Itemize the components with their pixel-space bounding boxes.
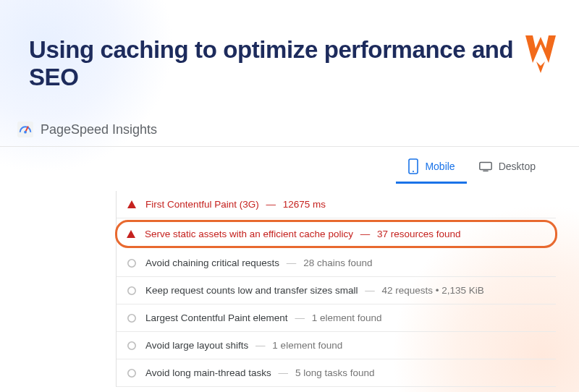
status-neutral-icon bbox=[127, 341, 137, 351]
svg-point-6 bbox=[128, 259, 135, 266]
separator: — bbox=[284, 257, 299, 268]
psi-label: PageSpeed Insights bbox=[41, 122, 157, 137]
audit-label: Avoid long main-thread tasks bbox=[145, 367, 271, 378]
audit-detail: 1 element found bbox=[312, 312, 382, 323]
audit-row[interactable]: Keep request counts low and transfer siz… bbox=[117, 277, 556, 304]
audit-row[interactable]: Avoid long main-thread tasks — 5 long ta… bbox=[117, 359, 556, 387]
separator: — bbox=[263, 199, 279, 210]
status-neutral-icon bbox=[127, 258, 137, 268]
separator: — bbox=[292, 312, 308, 323]
svg-rect-0 bbox=[17, 122, 33, 137]
desktop-icon bbox=[478, 161, 493, 172]
status-fail-icon bbox=[127, 200, 137, 210]
audit-row[interactable]: Avoid chaining critical requests — 28 ch… bbox=[117, 250, 556, 277]
audit-detail: 37 resources found bbox=[377, 229, 461, 239]
audit-detail: 1 element found bbox=[272, 340, 342, 351]
audit-label: Avoid chaining critical requests bbox=[145, 257, 279, 268]
tab-desktop-label: Desktop bbox=[499, 161, 536, 172]
audit-detail: 42 requests • 2,135 KiB bbox=[381, 285, 483, 296]
separator: — bbox=[362, 285, 377, 296]
svg-point-1 bbox=[24, 131, 27, 134]
audit-label: Avoid large layout shifts bbox=[145, 340, 248, 351]
audit-row[interactable]: Serve static assets with an efficient ca… bbox=[115, 220, 557, 248]
tab-mobile[interactable]: Mobile bbox=[396, 153, 466, 184]
svg-point-7 bbox=[128, 286, 135, 294]
audit-label: Keep request counts low and transfer siz… bbox=[145, 285, 358, 296]
svg-rect-4 bbox=[479, 163, 491, 170]
audit-row[interactable]: First Contentful Paint (3G) — 12675 ms bbox=[117, 191, 556, 218]
svg-point-9 bbox=[128, 341, 135, 349]
page-title: Using caching to optimize performance an… bbox=[29, 36, 524, 91]
audit-detail: 12675 ms bbox=[283, 199, 326, 210]
separator: — bbox=[276, 367, 291, 378]
audit-row[interactable]: Largest Contentful Paint element — 1 ele… bbox=[117, 304, 556, 332]
audit-detail: 28 chains found bbox=[303, 257, 372, 268]
status-fail-icon bbox=[126, 229, 136, 239]
audit-list: First Contentful Paint (3G) — 12675 msSe… bbox=[116, 191, 556, 387]
status-neutral-icon bbox=[127, 368, 137, 378]
svg-point-8 bbox=[128, 314, 135, 321]
separator: — bbox=[358, 229, 373, 239]
svg-point-3 bbox=[413, 171, 414, 172]
status-neutral-icon bbox=[127, 313, 137, 323]
audit-label: Serve static assets with an efficient ca… bbox=[145, 229, 353, 239]
pagespeed-insights-icon bbox=[17, 122, 33, 137]
tab-desktop[interactable]: Desktop bbox=[467, 153, 547, 184]
wp-rocket-logo-icon bbox=[524, 34, 557, 73]
audit-label: First Contentful Paint (3G) bbox=[145, 199, 259, 210]
status-neutral-icon bbox=[127, 286, 137, 296]
psi-header: PageSpeed Insights bbox=[0, 91, 579, 147]
title-area: Using caching to optimize performance an… bbox=[0, 0, 579, 91]
audit-detail: 5 long tasks found bbox=[295, 367, 375, 378]
separator: — bbox=[253, 340, 268, 351]
audit-row[interactable]: Avoid large layout shifts — 1 element fo… bbox=[117, 332, 556, 359]
audit-label: Largest Contentful Paint element bbox=[145, 312, 288, 323]
mobile-icon bbox=[407, 158, 419, 174]
device-tabs: Mobile Desktop bbox=[0, 147, 579, 184]
svg-point-10 bbox=[128, 369, 135, 376]
tab-mobile-label: Mobile bbox=[425, 161, 455, 172]
